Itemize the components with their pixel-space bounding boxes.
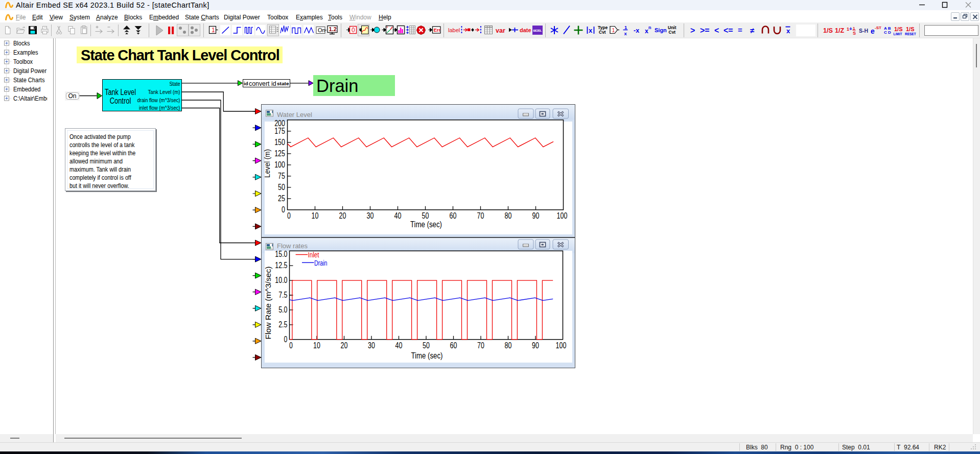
svg-text:60: 60 <box>450 211 457 220</box>
svg-text:5.0: 5.0 <box>278 305 287 314</box>
svg-text:50: 50 <box>278 183 285 192</box>
svg-text:Inlet: Inlet <box>308 251 319 259</box>
svg-text:90: 90 <box>532 211 540 220</box>
svg-text:40: 40 <box>395 341 403 350</box>
svg-text:id: id <box>244 81 248 86</box>
svg-text:12.5: 12.5 <box>275 261 287 270</box>
svg-text:80: 80 <box>505 211 512 220</box>
svg-text:0: 0 <box>287 211 291 220</box>
svg-text:10: 10 <box>312 211 319 220</box>
svg-text:50: 50 <box>423 341 430 350</box>
svg-text:90: 90 <box>532 341 539 350</box>
svg-text:drain flow (m^3/sec): drain flow (m^3/sec) <box>137 97 180 103</box>
svg-text:Level (m): Level (m) <box>263 149 271 178</box>
svg-text:10: 10 <box>313 341 320 350</box>
svg-text:50: 50 <box>422 211 429 220</box>
svg-text:Control: Control <box>110 97 131 105</box>
svg-text:20: 20 <box>339 211 346 220</box>
svg-text:State: State <box>170 81 180 87</box>
svg-text:175: 175 <box>274 127 285 135</box>
svg-text:Tank Level: Tank Level <box>105 88 136 97</box>
svg-text:2.5: 2.5 <box>278 320 287 329</box>
svg-text:150: 150 <box>274 138 285 147</box>
svg-text:30: 30 <box>367 211 374 220</box>
svg-text:0: 0 <box>282 205 285 214</box>
svg-text:100: 100 <box>556 341 567 350</box>
svg-text:100: 100 <box>557 211 568 220</box>
svg-text:Time (sec): Time (sec) <box>410 220 442 229</box>
svg-text:75: 75 <box>278 172 285 180</box>
svg-text:7.5: 7.5 <box>278 291 287 299</box>
svg-text:inlet flow (m^3/sec): inlet flow (m^3/sec) <box>139 105 180 111</box>
svg-text:state: state <box>277 81 289 86</box>
svg-text:10.0: 10.0 <box>275 276 287 284</box>
svg-text:60: 60 <box>450 341 457 350</box>
svg-text:30: 30 <box>368 341 375 350</box>
svg-text:0: 0 <box>284 335 288 344</box>
svg-text:80: 80 <box>505 341 512 350</box>
svg-text:convert id: convert id <box>249 80 276 87</box>
svg-text:20: 20 <box>341 341 348 350</box>
svg-text:100: 100 <box>274 160 285 169</box>
svg-text:15.0: 15.0 <box>275 250 287 258</box>
svg-text:70: 70 <box>477 341 484 350</box>
svg-text:Flow Rate (m^3/sec): Flow Rate (m^3/sec) <box>264 267 272 340</box>
svg-text:Drain: Drain <box>314 259 328 267</box>
svg-text:40: 40 <box>394 211 402 220</box>
svg-text:0: 0 <box>289 341 293 350</box>
svg-text:25: 25 <box>278 194 285 203</box>
svg-text:Time (sec): Time (sec) <box>411 351 443 360</box>
svg-text:125: 125 <box>274 149 285 158</box>
svg-text:70: 70 <box>477 211 484 220</box>
svg-text:Tank Level (m): Tank Level (m) <box>148 89 180 95</box>
